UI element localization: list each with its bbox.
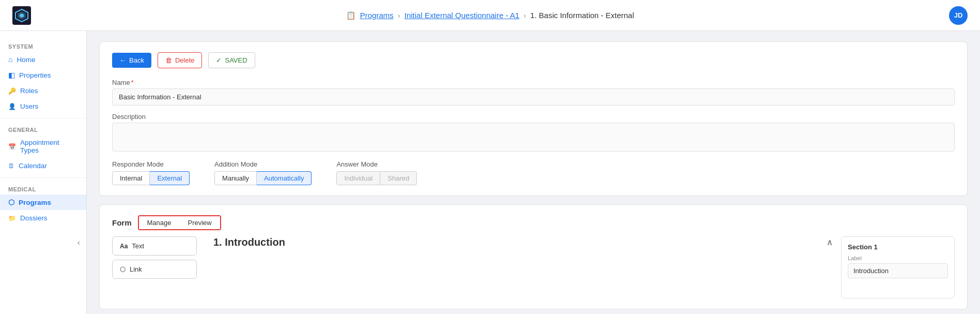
tool-link-button[interactable]: ⬡ Link xyxy=(112,260,197,279)
breadcrumb-sep-1: › xyxy=(398,11,400,20)
answer-mode-group: Answer Mode Individual Shared xyxy=(336,160,417,185)
breadcrumb-sep-2: › xyxy=(523,11,526,20)
sidebar-item-programs[interactable]: Programs xyxy=(0,195,86,210)
answer-mode-buttons: Individual Shared xyxy=(336,171,417,185)
form-tools: Aa Text ⬡ Link xyxy=(112,236,205,298)
breadcrumb-current: 1. Basic Information - External xyxy=(530,11,634,20)
home-icon xyxy=(8,55,12,64)
sidebar-label-dossiers: Dossiers xyxy=(20,214,48,222)
responder-mode-group: Responder Mode Internal External xyxy=(112,160,190,185)
dossiers-icon xyxy=(8,214,16,222)
modes-row: Responder Mode Internal External Additio… xyxy=(112,160,955,185)
sidebar-item-users[interactable]: Users xyxy=(0,98,86,114)
form-tabs: Manage Preview xyxy=(138,215,221,230)
section-panel: Section 1 Label xyxy=(841,236,955,298)
sidebar-item-dossiers[interactable]: Dossiers xyxy=(0,210,86,226)
main-content: ← Back 🗑 Delete ✓ SAVED Name* xyxy=(87,31,980,314)
form-section-label: Form xyxy=(112,218,132,227)
form-canvas: 1. Introduction ∧ xyxy=(205,236,841,298)
sidebar-item-appointment-types[interactable]: Appointment Types xyxy=(0,135,86,158)
addition-mode-group: Addition Mode Manually Automatically xyxy=(214,160,312,185)
form-body: Aa Text ⬡ Link 1. Introduction ∧ xyxy=(112,236,955,298)
responder-mode-label: Responder Mode xyxy=(112,160,190,168)
sidebar-item-home[interactable]: Home xyxy=(0,52,86,67)
sidebar-collapse-button[interactable]: ‹ xyxy=(0,234,86,251)
responder-internal-button[interactable]: Internal xyxy=(112,171,150,185)
name-label: Name* xyxy=(112,79,955,86)
answer-individual-button[interactable]: Individual xyxy=(336,171,380,185)
roles-icon xyxy=(8,86,16,95)
delete-button[interactable]: 🗑 Delete xyxy=(158,52,203,68)
general-section-label: General xyxy=(0,123,86,135)
appointment-icon xyxy=(8,142,16,151)
addition-mode-buttons: Manually Automatically xyxy=(214,171,312,185)
app-logo[interactable] xyxy=(12,6,31,25)
properties-icon xyxy=(8,71,15,79)
addition-manually-button[interactable]: Manually xyxy=(214,171,257,185)
back-button[interactable]: ← Back xyxy=(112,53,151,68)
sidebar-label-roles: Roles xyxy=(20,87,38,95)
programs-link[interactable]: Programs xyxy=(360,11,394,20)
responder-mode-buttons: Internal External xyxy=(112,171,190,185)
app-layout: 📋 Programs › Initial External Questionna… xyxy=(0,0,980,314)
questionnaire-link[interactable]: Initial External Questionnaire - A1 xyxy=(405,11,520,20)
addition-automatically-button[interactable]: Automatically xyxy=(257,171,312,185)
tool-text-button[interactable]: Aa Text xyxy=(112,236,197,256)
calendar-icon xyxy=(8,161,14,170)
text-icon: Aa xyxy=(120,243,128,250)
form-section-header: Form Manage Preview xyxy=(112,215,955,230)
programs-icon xyxy=(8,198,14,206)
sidebar-label-users: Users xyxy=(20,102,38,110)
section-label-input[interactable] xyxy=(848,263,948,278)
section-title: 1. Introduction ∧ xyxy=(213,236,833,248)
system-section-label: System xyxy=(0,39,86,52)
delete-icon: 🗑 xyxy=(165,56,172,64)
link-icon: ⬡ xyxy=(120,265,126,273)
sidebar-label-appointment-types: Appointment Types xyxy=(20,139,78,154)
sidebar-item-properties[interactable]: Properties xyxy=(0,67,86,83)
name-required: * xyxy=(131,79,134,86)
back-icon: ← xyxy=(119,56,126,64)
sidebar-label-home: Home xyxy=(17,56,35,64)
breadcrumb: 📋 Programs › Initial External Questionna… xyxy=(346,11,634,20)
main-card: ← Back 🗑 Delete ✓ SAVED Name* xyxy=(99,41,968,196)
sidebar-label-programs: Programs xyxy=(19,199,51,206)
avatar-button[interactable]: JD xyxy=(949,6,968,25)
check-icon: ✓ xyxy=(216,56,222,64)
body-layout: System Home Properties Roles Users Gener… xyxy=(0,31,980,314)
responder-external-button[interactable]: External xyxy=(150,171,190,185)
sidebar: System Home Properties Roles Users Gener… xyxy=(0,31,87,314)
sidebar-item-calendar[interactable]: Calendar xyxy=(0,158,86,173)
description-label: Description xyxy=(112,113,955,121)
tab-preview[interactable]: Preview xyxy=(179,216,220,229)
toolbar: ← Back 🗑 Delete ✓ SAVED xyxy=(112,52,955,68)
breadcrumb-icon: 📋 xyxy=(346,11,356,20)
section-panel-title: Section 1 xyxy=(848,243,948,251)
answer-shared-button[interactable]: Shared xyxy=(380,171,417,185)
medical-section-label: Medical xyxy=(0,182,86,195)
top-header: 📋 Programs › Initial External Questionna… xyxy=(0,0,980,31)
name-input[interactable] xyxy=(112,88,955,106)
sidebar-item-roles[interactable]: Roles xyxy=(0,83,86,98)
tab-manage[interactable]: Manage xyxy=(139,216,180,229)
section-collapse-icon[interactable]: ∧ xyxy=(827,237,833,247)
section-panel-field-label: Label xyxy=(848,255,948,261)
saved-status: ✓ SAVED xyxy=(208,52,255,68)
addition-mode-label: Addition Mode xyxy=(214,160,312,168)
answer-mode-label: Answer Mode xyxy=(336,160,417,168)
sidebar-label-properties: Properties xyxy=(19,71,51,79)
users-icon xyxy=(8,102,16,110)
sidebar-label-calendar: Calendar xyxy=(19,162,47,170)
description-input[interactable] xyxy=(112,123,955,152)
form-card: Form Manage Preview Aa Text xyxy=(99,204,968,309)
